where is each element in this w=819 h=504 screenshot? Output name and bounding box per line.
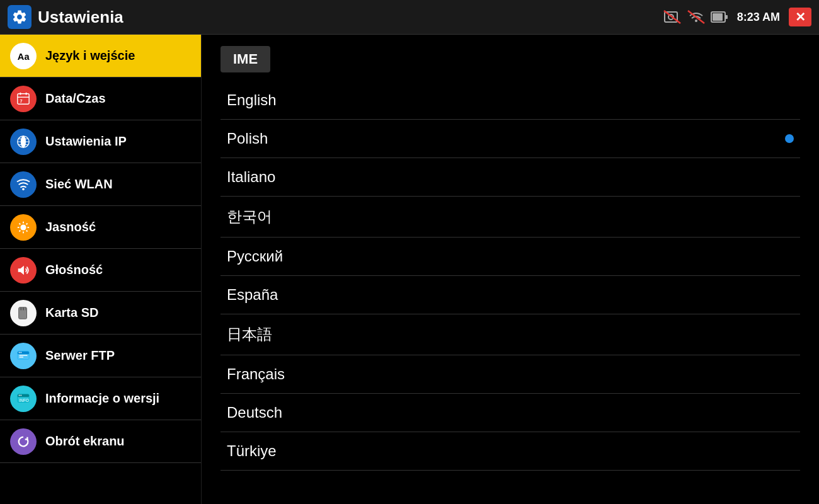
language-name-russian: Русский xyxy=(227,248,283,265)
language-item-italiano[interactable]: Italiano xyxy=(220,158,800,197)
sidebar-label-info: Informacje o wersji xyxy=(45,391,159,406)
sidebar-item-ip[interactable]: Ustawienia IP xyxy=(0,120,201,163)
svg-rect-30 xyxy=(20,307,21,310)
sidebar-label-language: Język i wejście xyxy=(45,49,135,63)
settings-icon xyxy=(8,5,32,29)
datetime-icon: 7 xyxy=(10,86,37,112)
language-name-japanese: 日本語 xyxy=(227,324,272,345)
battery-icon xyxy=(711,10,728,24)
language-name-german: Deutsch xyxy=(227,404,282,421)
rotate-icon xyxy=(10,428,37,455)
svg-rect-32 xyxy=(25,307,26,310)
sidebar-item-info[interactable]: INFOInformacje o wersji xyxy=(0,377,201,420)
volume-icon xyxy=(10,257,37,284)
sidebar-item-wlan[interactable]: Sieć WLAN xyxy=(0,163,201,206)
svg-rect-31 xyxy=(23,307,24,310)
svg-point-35 xyxy=(19,352,20,353)
svg-point-42 xyxy=(20,394,21,396)
svg-line-27 xyxy=(26,223,28,224)
svg-line-26 xyxy=(26,230,28,231)
svg-text:Aa: Aa xyxy=(18,51,30,61)
sidebar-label-ip: Ustawienia IP xyxy=(45,134,127,149)
svg-rect-6 xyxy=(713,13,723,21)
svg-line-28 xyxy=(19,230,20,231)
brightness-icon xyxy=(10,214,37,241)
sidebar-item-datetime[interactable]: 7Data/Czas xyxy=(0,77,201,120)
svg-rect-7 xyxy=(725,15,728,19)
svg-point-20 xyxy=(20,224,26,230)
sidebar-item-sd[interactable]: Karta SD xyxy=(0,292,201,335)
ime-heading: IME xyxy=(220,46,270,72)
language-item-turkish[interactable]: Türkiye xyxy=(220,432,800,471)
sidebar: AaJęzyk i wejście7Data/CzasUstawienia IP… xyxy=(0,35,202,504)
language-item-spanish[interactable]: España xyxy=(220,276,800,314)
ip-icon xyxy=(10,129,37,155)
ftp-icon xyxy=(10,343,37,369)
sidebar-item-brightness[interactable]: Jasność xyxy=(0,206,201,249)
svg-point-36 xyxy=(20,352,21,353)
language-name-polish: Polish xyxy=(227,130,268,147)
language-name-italiano: Italiano xyxy=(227,168,275,186)
language-name-spanish: España xyxy=(227,286,278,304)
sidebar-label-wlan: Sieć WLAN xyxy=(45,177,113,192)
sidebar-label-datetime: Data/Czas xyxy=(45,91,106,106)
sd-icon xyxy=(10,300,37,326)
sidebar-label-sd: Karta SD xyxy=(45,306,98,320)
header: Ustawienia 8:23 xyxy=(0,0,819,35)
clock-display: 8:23 AM xyxy=(737,11,780,24)
language-name-korean: 한국어 xyxy=(227,207,272,227)
sidebar-item-ftp[interactable]: Serwer FTP xyxy=(0,335,201,377)
sidebar-label-ftp: Serwer FTP xyxy=(45,348,115,363)
language-name-french: Français xyxy=(227,365,285,383)
language-item-japanese[interactable]: 日本語 xyxy=(220,314,800,355)
language-item-english[interactable]: English xyxy=(220,81,800,120)
no-camera-icon xyxy=(663,9,682,25)
language-name-english: English xyxy=(227,91,277,109)
language-item-russian[interactable]: Русский xyxy=(220,238,800,276)
main-layout: AaJęzyk i wejście7Data/CzasUstawienia IP… xyxy=(0,35,819,504)
svg-point-41 xyxy=(19,394,20,396)
svg-text:7: 7 xyxy=(20,98,23,103)
svg-line-25 xyxy=(19,223,20,224)
language-item-polish[interactable]: Polish xyxy=(220,120,800,158)
no-wifi-icon xyxy=(687,9,706,25)
status-bar: 8:23 AM ✕ xyxy=(663,8,811,26)
info-icon: INFO xyxy=(10,386,37,412)
sidebar-label-volume: Głośność xyxy=(45,263,103,277)
close-button[interactable]: ✕ xyxy=(789,8,811,26)
sidebar-label-rotate: Obrót ekranu xyxy=(45,434,125,449)
content-area: IME EnglishPolishItaliano한국어РусскийEspañ… xyxy=(202,35,819,504)
language-list: EnglishPolishItaliano한국어РусскийEspaña日本語… xyxy=(220,81,800,471)
sidebar-item-rotate[interactable]: Obrót ekranu xyxy=(0,420,201,463)
svg-text:INFO: INFO xyxy=(20,398,29,402)
language-item-french[interactable]: Français xyxy=(220,355,800,394)
svg-rect-9 xyxy=(18,93,29,104)
sidebar-item-language[interactable]: AaJęzyk i wejście xyxy=(0,35,201,77)
svg-point-19 xyxy=(22,188,25,190)
sidebar-label-brightness: Jasność xyxy=(45,220,96,234)
selected-indicator xyxy=(785,134,794,143)
language-item-korean[interactable]: 한국어 xyxy=(220,197,800,238)
wlan-icon xyxy=(10,171,37,198)
page-title: Ustawienia xyxy=(38,8,663,27)
language-item-german[interactable]: Deutsch xyxy=(220,394,800,432)
language-icon: Aa xyxy=(10,43,37,69)
language-name-turkish: Türkiye xyxy=(227,442,277,460)
svg-point-3 xyxy=(695,20,697,22)
sidebar-item-volume[interactable]: Głośność xyxy=(0,249,201,292)
